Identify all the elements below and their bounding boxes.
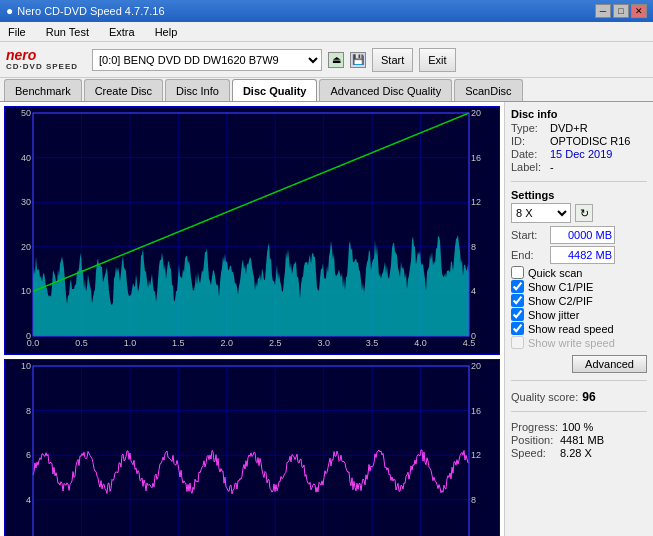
id-label: ID: [511, 135, 546, 147]
quality-score-label: Quality score: [511, 391, 578, 403]
nero-logo: nero CD·DVD SPEED [6, 48, 78, 71]
tab-benchmark[interactable]: Benchmark [4, 79, 82, 101]
minimize-button[interactable]: ─ [595, 4, 611, 18]
disc-info-section: Disc info Type: DVD+R ID: OPTODISC R16 D… [511, 108, 647, 174]
quick-scan-checkbox[interactable] [511, 266, 524, 279]
progress-section: Progress: 100 % Position: 4481 MB Speed:… [511, 421, 647, 460]
start-field-label: Start: [511, 229, 546, 241]
speed-select[interactable]: 8 X 1 X 2 X 4 X 6 X 12 X 16 X [511, 203, 571, 223]
quick-scan-label: Quick scan [528, 267, 582, 279]
start-field[interactable] [550, 226, 615, 244]
eject-icon[interactable]: ⏏ [328, 52, 344, 68]
disc-label-value: - [550, 161, 554, 173]
type-label: Type: [511, 122, 546, 134]
chart-pi-failures [4, 359, 500, 536]
charts-area [0, 102, 505, 536]
menu-help[interactable]: Help [151, 24, 182, 40]
maximize-button[interactable]: □ [613, 4, 629, 18]
disc-label-label: Label: [511, 161, 546, 173]
save-icon[interactable]: 💾 [350, 52, 366, 68]
show-jitter-checkbox[interactable] [511, 308, 524, 321]
show-read-label: Show read speed [528, 323, 614, 335]
settings-title: Settings [511, 189, 647, 201]
end-field-label: End: [511, 249, 546, 261]
exit-button[interactable]: Exit [419, 48, 455, 72]
show-c2-checkbox[interactable] [511, 294, 524, 307]
title-bar: ● Nero CD-DVD Speed 4.7.7.16 ─ □ ✕ [0, 0, 653, 22]
end-field[interactable] [550, 246, 615, 264]
tabs: Benchmark Create Disc Disc Info Disc Qua… [0, 78, 653, 102]
tab-advanced-disc-quality[interactable]: Advanced Disc Quality [319, 79, 452, 101]
tab-create-disc[interactable]: Create Disc [84, 79, 163, 101]
menu-run-test[interactable]: Run Test [42, 24, 93, 40]
nero-logo-text: nero [6, 48, 36, 62]
advanced-button[interactable]: Advanced [572, 355, 647, 373]
position-label: Position: [511, 434, 556, 446]
divider-2 [511, 380, 647, 381]
menu-bar: File Run Test Extra Help [0, 22, 653, 42]
id-value: OPTODISC R16 [550, 135, 631, 147]
quality-score-value: 96 [582, 390, 595, 404]
show-jitter-label: Show jitter [528, 309, 579, 321]
main-content: PI Errors Average: 3.17 Maximum: 33 Tota… [0, 102, 653, 536]
show-c1-label: Show C1/PIE [528, 281, 593, 293]
date-value: 15 Dec 2019 [550, 148, 612, 160]
tab-scandisc[interactable]: ScanDisc [454, 79, 522, 101]
app-icon: ● [6, 4, 13, 18]
show-write-checkbox[interactable] [511, 336, 524, 349]
start-button[interactable]: Start [372, 48, 413, 72]
tab-disc-info[interactable]: Disc Info [165, 79, 230, 101]
toolbar: nero CD·DVD SPEED [0:0] BENQ DVD DD DW16… [0, 42, 653, 78]
type-value: DVD+R [550, 122, 588, 134]
drive-select[interactable]: [0:0] BENQ DVD DD DW1620 B7W9 [92, 49, 322, 71]
speed-label: Speed: [511, 447, 556, 459]
menu-file[interactable]: File [4, 24, 30, 40]
date-label: Date: [511, 148, 546, 160]
divider-1 [511, 181, 647, 182]
chart-pi-errors [4, 106, 500, 355]
menu-extra[interactable]: Extra [105, 24, 139, 40]
divider-3 [511, 411, 647, 412]
disc-info-title: Disc info [511, 108, 647, 120]
show-read-checkbox[interactable] [511, 322, 524, 335]
progress-value: 100 % [562, 421, 593, 433]
close-button[interactable]: ✕ [631, 4, 647, 18]
show-c2-label: Show C2/PIF [528, 295, 593, 307]
show-write-label: Show write speed [528, 337, 615, 349]
settings-section: Settings 8 X 1 X 2 X 4 X 6 X 12 X 16 X ↻… [511, 189, 647, 373]
position-value: 4481 MB [560, 434, 604, 446]
show-c1-checkbox[interactable] [511, 280, 524, 293]
app-title: Nero CD-DVD Speed 4.7.7.16 [17, 5, 164, 17]
quality-score-section: Quality score: 96 [511, 390, 647, 404]
speed-value: 8.28 X [560, 447, 592, 459]
refresh-icon[interactable]: ↻ [575, 204, 593, 222]
tab-disc-quality[interactable]: Disc Quality [232, 79, 318, 101]
progress-label: Progress: [511, 421, 558, 433]
sidebar: Disc info Type: DVD+R ID: OPTODISC R16 D… [505, 102, 653, 536]
nero-logo-sub: CD·DVD SPEED [6, 62, 78, 71]
